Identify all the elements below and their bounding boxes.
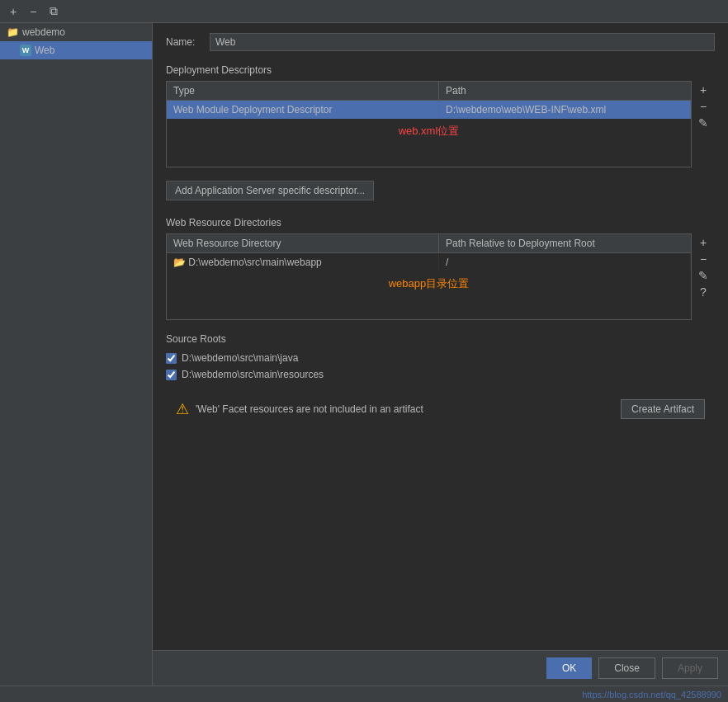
remove-wrd-btn[interactable]: − [695,252,711,266]
source-root-java: D:\webdemo\src\main\java [166,350,715,366]
source-root-java-checkbox[interactable] [166,353,177,364]
name-row: Name: [166,33,715,51]
ok-button[interactable]: OK [546,657,592,679]
wrd-rel-cell: / [439,253,691,271]
source-roots-title: Source Roots [166,333,715,345]
name-input[interactable] [210,33,715,51]
web-resource-directories-table: Web Resource Directory Path Relative to … [166,233,692,320]
folder-icon: 📂 [173,257,186,268]
toolbar: + − ⧉ [0,0,728,23]
webapp-annotation: webapp目录位置 [167,276,691,291]
content-area: 📁 webdemo W Web Name: Deployment Descrip… [0,23,728,686]
add-descriptor-btn[interactable]: + [695,82,711,97]
web-resource-directories-body: 📂 D:\webdemo\src\main\webapp / webapp目录位… [167,253,691,319]
table-row[interactable]: 📂 D:\webdemo\src\main\webapp / [167,253,691,271]
web-resource-directories-area: Web Resource Directory Path Relative to … [166,233,715,327]
add-wrd-btn[interactable]: + [695,235,711,250]
status-link[interactable]: https://blog.csdn.net/qq_42588990 [582,690,721,700]
edit-wrd-btn[interactable]: ✎ [695,268,711,283]
col-wrd-header: Web Resource Directory [167,234,439,252]
create-artifact-btn[interactable]: Create Artifact [621,399,705,419]
add-server-btn[interactable]: Add Application Server specific descript… [166,181,374,200]
web-resource-directories-header: Web Resource Directory Path Relative to … [167,234,691,253]
source-root-java-label: D:\webdemo\src\main\java [182,352,298,364]
apply-button[interactable]: Apply [662,657,718,679]
add-server-wrapper: Add Application Server specific descript… [166,181,715,204]
webxml-annotation: web.xml位置 [167,124,691,139]
sidebar-module-label: Web [35,45,54,56]
deployment-descriptors-title: Deployment Descriptors [166,64,715,76]
source-root-resources-label: D:\webdemo\src\main\resources [182,369,324,380]
add-toolbar-btn[interactable]: + [7,3,20,20]
source-root-resources: D:\webdemo\src\main\resources [166,366,715,383]
source-root-resources-checkbox[interactable] [166,370,177,380]
deployment-descriptors-table: Type Path Web Module Deployment Descript… [166,81,692,167]
bottom-bar: OK Close Apply [153,650,728,686]
web-resource-directories-title: Web Resource Directories [166,217,715,229]
sidebar-item-web[interactable]: W Web [0,41,152,59]
col-path-header: Path [439,82,691,100]
remove-descriptor-btn[interactable]: − [695,99,711,114]
help-wrd-btn[interactable]: ? [695,285,711,299]
deployment-descriptor-actions: + − ✎ [692,81,715,174]
warning-bar: ⚠ 'Web' Facet resources are not included… [166,393,715,426]
sidebar-item-webdemo[interactable]: 📁 webdemo [0,23,152,41]
status-bar: https://blog.csdn.net/qq_42588990 [0,686,728,702]
deployment-descriptors-body: Web Module Deployment Descriptor D:\webd… [167,101,691,167]
wrd-dir-cell: 📂 D:\webdemo\src\main\webapp [167,253,439,271]
main-window: + − ⧉ 📁 webdemo W Web Name: [0,0,728,702]
warning-text: 'Web' Facet resources are not included i… [196,403,614,415]
sidebar: 📁 webdemo W Web [0,23,153,686]
edit-descriptor-btn[interactable]: ✎ [695,115,711,130]
col-rel-header: Path Relative to Deployment Root [439,234,691,252]
web-module-icon: W [20,45,31,56]
remove-toolbar-btn[interactable]: − [26,3,40,20]
table-row[interactable]: Web Module Deployment Descriptor D:\webd… [167,101,691,119]
web-resource-actions: + − ✎ ? [692,233,715,327]
right-panel: Name: Deployment Descriptors Type Path W… [153,23,728,686]
descriptor-type-cell: Web Module Deployment Descriptor [167,101,439,119]
warning-icon: ⚠ [176,400,189,418]
deployment-descriptors-header: Type Path [167,82,691,101]
name-label: Name: [166,36,203,48]
deployment-descriptors-area: Type Path Web Module Deployment Descript… [166,81,715,174]
sidebar-project-label: webdemo [22,26,65,38]
source-roots-section: Source Roots D:\webdemo\src\main\java D:… [166,333,715,383]
project-icon: 📁 [7,26,19,38]
close-button[interactable]: Close [598,657,655,679]
col-type-header: Type [167,82,439,100]
copy-toolbar-btn[interactable]: ⧉ [46,2,61,20]
panel-content: Name: Deployment Descriptors Type Path W… [153,23,728,650]
descriptor-path-cell: D:\webdemo\web\WEB-INF\web.xml [439,101,691,119]
